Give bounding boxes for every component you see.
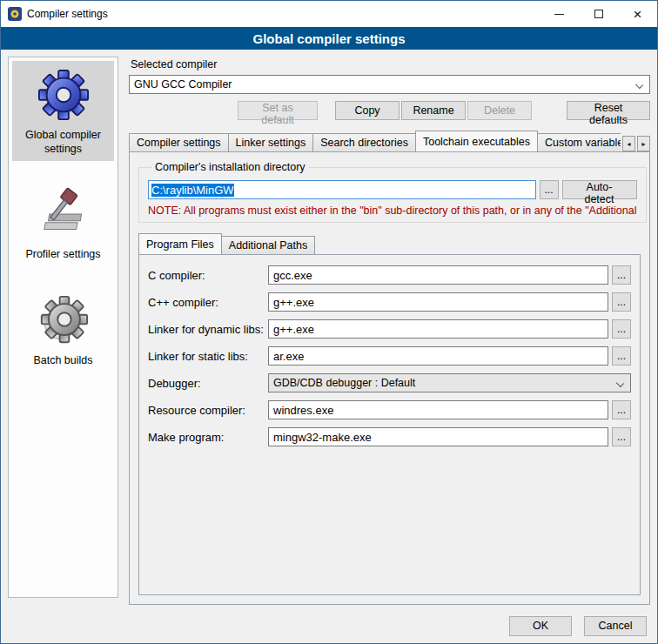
dynamic-linker-row: Linker for dynamic libs: ... xyxy=(148,319,631,339)
resource-compiler-input[interactable] xyxy=(268,400,608,419)
selected-compiler-label: Selected compiler xyxy=(131,58,650,70)
dynamic-linker-label: Linker for dynamic libs: xyxy=(148,323,268,336)
c-compiler-browse-button[interactable]: ... xyxy=(612,265,631,285)
sidebar-item-label: Global compiler settings xyxy=(14,129,112,156)
cpp-compiler-input[interactable] xyxy=(268,292,608,312)
maximize-icon xyxy=(594,10,603,18)
cpp-compiler-label: C++ compiler: xyxy=(148,296,268,309)
ok-button[interactable]: OK xyxy=(509,616,572,636)
dynamic-linker-browse-button[interactable]: ... xyxy=(612,319,631,339)
tab-linker-settings[interactable]: Linker settings xyxy=(228,133,314,151)
minimize-button[interactable] xyxy=(540,1,579,27)
sidebar-item-profiler-settings[interactable]: Profiler settings xyxy=(12,180,114,267)
dialog-footer: OK Cancel xyxy=(1,608,657,643)
sidebar-item-label: Profiler settings xyxy=(25,248,100,262)
c-compiler-row: C compiler: ... xyxy=(148,265,631,285)
installation-directory-row: C:\raylib\MinGW ... Auto-detect xyxy=(148,180,637,199)
bin-subdirectory-note: NOTE: All programs must exist either in … xyxy=(148,205,637,217)
auto-detect-button[interactable]: Auto-detect xyxy=(562,180,637,199)
main-panel: Selected compiler GNU GCC Compiler Set a… xyxy=(129,57,650,608)
tab-search-directories[interactable]: Search directories xyxy=(312,133,416,151)
toolchain-pane: Compiler's installation directory C:\ray… xyxy=(129,151,650,605)
tab-toolchain-executables[interactable]: Toolchain executables xyxy=(415,131,538,151)
static-linker-label: Linker for static libs: xyxy=(148,350,268,363)
installation-directory-group: Compiler's installation directory C:\ray… xyxy=(138,161,647,223)
dynamic-linker-input[interactable] xyxy=(268,319,608,339)
installation-directory-title: Compiler's installation directory xyxy=(151,161,309,173)
program-files-pane: C compiler: ... C++ compiler: ... Linker… xyxy=(138,254,641,595)
maximize-button[interactable] xyxy=(579,1,618,27)
chevron-down-icon xyxy=(616,379,624,387)
compiler-settings-dialog: Compiler settings × Global compiler sett… xyxy=(0,0,658,644)
debugger-row: Debugger: GDB/CDB debugger : Default xyxy=(148,373,631,392)
tab-scroll-right-icon[interactable]: ► xyxy=(637,136,650,151)
gear-gray-icon xyxy=(37,293,91,347)
install-dir-input[interactable]: C:\raylib\MinGW xyxy=(148,180,536,199)
tab-scroll-left-icon[interactable]: ◄ xyxy=(622,136,635,151)
content: Global compiler settings xyxy=(1,50,657,608)
window-title: Compiler settings xyxy=(27,8,540,20)
page-title: Global compiler settings xyxy=(1,27,657,50)
cancel-button[interactable]: Cancel xyxy=(584,616,647,636)
cpp-compiler-row: C++ compiler: ... xyxy=(148,292,631,312)
tab-additional-paths[interactable]: Additional Paths xyxy=(221,236,315,254)
cpp-compiler-browse-button[interactable]: ... xyxy=(612,292,631,312)
sidebar-item-batch-builds[interactable]: Batch builds xyxy=(12,286,114,373)
compiler-actions: Set as default Copy Rename Delete Reset … xyxy=(129,101,650,120)
debugger-dropdown[interactable]: GDB/CDB debugger : Default xyxy=(268,373,631,392)
c-compiler-input[interactable] xyxy=(268,265,608,285)
static-linker-browse-button[interactable]: ... xyxy=(612,346,631,366)
sidebar: Global compiler settings xyxy=(8,57,118,598)
make-program-input[interactable] xyxy=(268,427,608,446)
profiler-icon xyxy=(37,187,91,241)
c-compiler-label: C compiler: xyxy=(148,269,268,282)
resource-compiler-browse-button[interactable]: ... xyxy=(612,400,631,419)
titlebar: Compiler settings × xyxy=(1,1,657,27)
gear-blue-icon xyxy=(37,68,91,122)
reset-defaults-button[interactable]: Reset defaults xyxy=(567,101,650,120)
tab-program-files[interactable]: Program Files xyxy=(138,233,222,254)
set-as-default-button[interactable]: Set as default xyxy=(238,101,318,120)
copy-button[interactable]: Copy xyxy=(335,101,400,120)
static-linker-input[interactable] xyxy=(268,346,608,366)
chevron-down-icon xyxy=(635,81,643,89)
make-program-browse-button[interactable]: ... xyxy=(612,427,631,446)
settings-tabs: Compiler settings Linker settings Search… xyxy=(129,131,650,151)
close-icon: × xyxy=(634,7,642,22)
app-icon xyxy=(8,7,22,21)
close-button[interactable]: × xyxy=(618,1,657,27)
sidebar-item-global-compiler-settings[interactable]: Global compiler settings xyxy=(12,61,114,161)
static-linker-row: Linker for static libs: ... xyxy=(148,346,631,366)
program-tabs: Program Files Additional Paths xyxy=(138,233,641,254)
resource-compiler-row: Resource compiler: ... xyxy=(148,400,631,419)
selected-compiler-value: GNU GCC Compiler xyxy=(134,78,232,91)
debugger-value: GDB/CDB debugger : Default xyxy=(273,377,415,389)
delete-button[interactable]: Delete xyxy=(467,101,532,120)
minimize-icon xyxy=(554,14,564,15)
make-program-row: Make program: ... xyxy=(148,427,631,446)
resource-compiler-label: Resource compiler: xyxy=(148,404,268,417)
tab-compiler-settings[interactable]: Compiler settings xyxy=(129,133,229,151)
tab-custom-variables[interactable]: Custom variables xyxy=(537,133,621,151)
debugger-label: Debugger: xyxy=(148,377,268,390)
rename-button[interactable]: Rename xyxy=(401,101,466,120)
tab-strip: Compiler settings Linker settings Search… xyxy=(129,131,621,151)
selected-compiler-dropdown[interactable]: GNU GCC Compiler xyxy=(129,75,650,94)
install-dir-value: C:\raylib\MinGW xyxy=(151,184,234,197)
install-dir-browse-button[interactable]: ... xyxy=(540,180,559,199)
make-program-label: Make program: xyxy=(148,431,268,444)
sidebar-item-label: Batch builds xyxy=(33,354,92,368)
inner-tab-strip: Program Files Additional Paths xyxy=(138,233,641,254)
